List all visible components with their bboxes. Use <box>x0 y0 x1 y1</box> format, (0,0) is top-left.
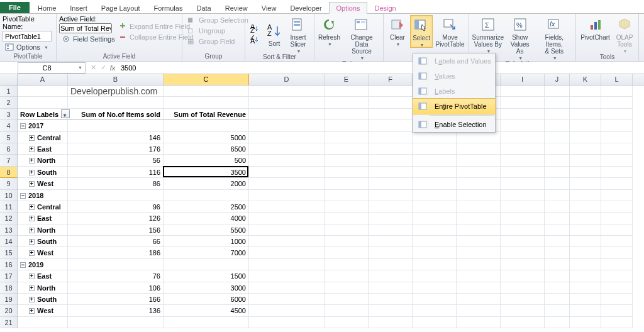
cell[interactable] <box>164 120 249 131</box>
row-header-11[interactable]: 11 <box>0 201 17 213</box>
expand-icon[interactable]: + <box>29 216 35 221</box>
cell[interactable] <box>601 190 633 201</box>
cell[interactable] <box>570 270 601 282</box>
cell[interactable] <box>601 109 633 120</box>
cell[interactable] <box>601 155 633 166</box>
cell[interactable] <box>570 86 601 97</box>
cell[interactable] <box>369 282 413 294</box>
year-2017[interactable]: −2017 <box>18 120 68 131</box>
cell[interactable] <box>325 132 369 143</box>
cell[interactable] <box>325 259 369 270</box>
cell[interactable] <box>369 97 413 108</box>
cell[interactable] <box>249 86 325 97</box>
cell[interactable] <box>369 259 413 270</box>
cell[interactable] <box>457 201 501 213</box>
cell[interactable] <box>570 109 601 120</box>
cell[interactable] <box>545 294 570 305</box>
cell[interactable] <box>601 259 633 270</box>
cell[interactable] <box>369 155 413 166</box>
cell[interactable] <box>501 317 545 328</box>
row-header-12[interactable]: 12 <box>0 213 17 224</box>
row-header-7[interactable]: 7 <box>0 155 17 166</box>
cell[interactable] <box>601 236 633 247</box>
row-labels-header[interactable]: Row Labels <box>18 109 68 120</box>
select-all-corner[interactable] <box>0 74 18 85</box>
cell[interactable] <box>249 282 325 294</box>
expand-icon[interactable]: + <box>29 181 35 187</box>
cell[interactable] <box>457 282 501 294</box>
cell[interactable] <box>501 155 545 166</box>
cell[interactable] <box>325 178 369 189</box>
tab-data[interactable]: Data <box>189 3 218 13</box>
pivottable-name-input[interactable] <box>3 31 52 42</box>
cell[interactable] <box>18 86 68 97</box>
cell[interactable] <box>545 178 570 189</box>
column-header-K[interactable]: K <box>570 74 601 85</box>
cell[interactable] <box>601 305 633 316</box>
cell[interactable] <box>545 190 570 201</box>
cell[interactable] <box>164 317 249 328</box>
collapse-icon[interactable]: − <box>20 193 26 199</box>
column-header-C[interactable]: C <box>164 74 249 85</box>
cell[interactable] <box>18 317 68 328</box>
menu-item-entire-pivottable[interactable]: Entire PivotTable <box>413 98 496 114</box>
cell[interactable] <box>457 270 501 282</box>
cell[interactable] <box>601 317 633 328</box>
cell[interactable] <box>570 178 601 189</box>
cell[interactable] <box>545 120 570 131</box>
cell[interactable] <box>68 190 164 201</box>
cell[interactable] <box>413 155 457 166</box>
cell[interactable] <box>413 294 457 305</box>
expand-icon[interactable]: + <box>29 308 35 314</box>
rowlabels-filter-icon[interactable] <box>61 109 70 118</box>
expand-icon[interactable]: + <box>29 170 35 175</box>
cell[interactable] <box>457 317 501 328</box>
cell[interactable] <box>570 224 601 236</box>
cell[interactable] <box>325 86 369 97</box>
cell[interactable] <box>501 86 545 97</box>
cell[interactable] <box>369 247 413 258</box>
cell[interactable] <box>545 270 570 282</box>
expand-icon[interactable]: + <box>29 135 35 141</box>
cell[interactable] <box>501 213 545 224</box>
cell[interactable] <box>501 282 545 294</box>
cell[interactable] <box>601 178 633 189</box>
cell[interactable] <box>325 143 369 155</box>
cell[interactable] <box>249 270 325 282</box>
cell[interactable] <box>413 317 457 328</box>
cell[interactable] <box>325 294 369 305</box>
cell[interactable] <box>164 86 249 97</box>
cell[interactable] <box>369 270 413 282</box>
cell[interactable] <box>570 294 601 305</box>
cell[interactable] <box>325 201 369 213</box>
sort-button[interactable]: AZSort <box>263 21 286 47</box>
expand-icon[interactable]: + <box>29 250 35 256</box>
cell[interactable] <box>249 317 325 328</box>
cell[interactable] <box>457 132 501 143</box>
cell[interactable] <box>570 247 601 258</box>
cell[interactable] <box>249 109 325 120</box>
cell[interactable] <box>369 109 413 120</box>
tab-review[interactable]: Review <box>218 3 255 13</box>
expand-icon[interactable]: + <box>29 297 35 302</box>
cell[interactable] <box>501 109 545 120</box>
cell[interactable] <box>570 236 601 247</box>
region-South[interactable]: +South <box>18 294 68 305</box>
cell[interactable] <box>413 247 457 258</box>
cell[interactable] <box>501 143 545 155</box>
region-South[interactable]: +South <box>18 167 68 178</box>
cell[interactable] <box>249 132 325 143</box>
expand-icon[interactable]: + <box>29 285 35 291</box>
cell[interactable] <box>164 190 249 201</box>
row-header-4[interactable]: 4 <box>0 120 17 131</box>
row-header-1[interactable]: 1 <box>0 86 17 97</box>
cell[interactable] <box>601 132 633 143</box>
region-East[interactable]: +East <box>18 270 68 282</box>
cell[interactable] <box>545 201 570 213</box>
cell[interactable] <box>68 317 164 328</box>
cell[interactable] <box>249 294 325 305</box>
cell[interactable] <box>325 190 369 201</box>
cell[interactable] <box>570 317 601 328</box>
cell[interactable] <box>570 213 601 224</box>
region-East[interactable]: +East <box>18 143 68 155</box>
